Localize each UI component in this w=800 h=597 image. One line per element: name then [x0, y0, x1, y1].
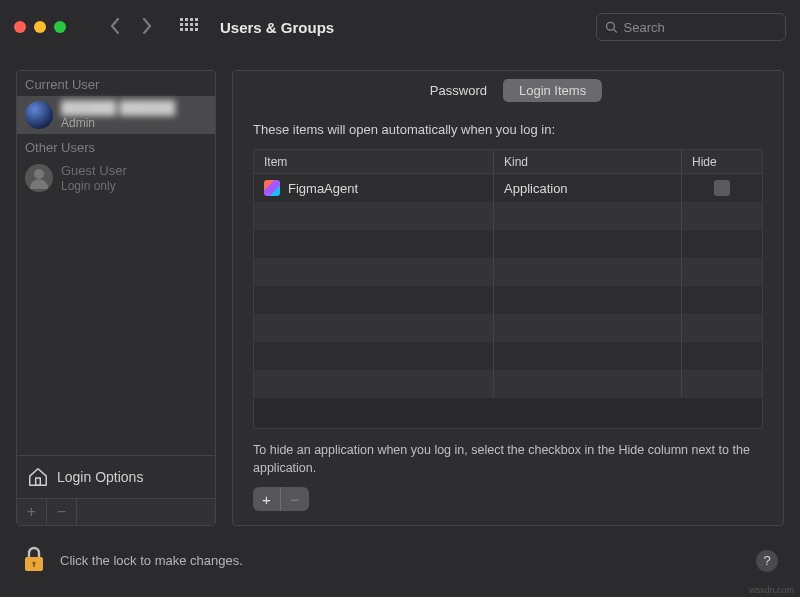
login-item-kind: Application	[494, 174, 682, 202]
search-field[interactable]	[596, 13, 786, 41]
svg-rect-9	[185, 28, 188, 31]
login-items-intro: These items will open automatically when…	[253, 122, 763, 137]
footer: Click the lock to make changes. ?	[0, 526, 800, 597]
users-sidebar: Current User ██████ ██████ Admin Other U…	[16, 70, 216, 526]
svg-rect-7	[195, 23, 198, 26]
tab-password[interactable]: Password	[414, 79, 503, 102]
table-row	[254, 230, 762, 258]
svg-point-12	[607, 22, 615, 30]
svg-rect-11	[195, 28, 198, 31]
svg-rect-5	[185, 23, 188, 26]
chevron-right-icon	[140, 16, 154, 36]
chevron-left-icon	[108, 16, 122, 36]
house-icon	[27, 466, 49, 488]
help-button[interactable]: ?	[756, 550, 778, 572]
svg-rect-17	[33, 563, 35, 567]
tab-login-items[interactable]: Login Items	[503, 79, 602, 102]
sidebar-current-user-header: Current User	[17, 71, 215, 96]
table-row[interactable]: FigmaAgent Application	[254, 174, 762, 202]
table-row	[254, 342, 762, 370]
svg-rect-3	[195, 18, 198, 21]
sidebar-item-text: Guest User Login only	[61, 163, 127, 193]
grid-icon	[180, 18, 198, 36]
table-row	[254, 286, 762, 314]
svg-rect-6	[190, 23, 193, 26]
hide-checkbox[interactable]	[714, 180, 730, 196]
svg-rect-0	[180, 18, 183, 21]
svg-rect-8	[180, 28, 183, 31]
login-item-name: FigmaAgent	[288, 181, 358, 196]
body-area: Current User ██████ ██████ Admin Other U…	[0, 54, 800, 526]
table-body: FigmaAgent Application	[254, 174, 762, 428]
add-remove-login-item: + −	[253, 487, 309, 511]
current-user-name: ██████ ██████	[61, 100, 175, 116]
add-user-button[interactable]: +	[17, 499, 47, 525]
figma-icon	[264, 180, 280, 196]
svg-rect-10	[190, 28, 193, 31]
lock-icon	[22, 544, 46, 574]
guest-user-role: Login only	[61, 179, 127, 193]
remove-user-button[interactable]: −	[47, 499, 77, 525]
table-row	[254, 202, 762, 230]
main-content: These items will open automatically when…	[233, 108, 783, 525]
back-button[interactable]	[108, 16, 122, 39]
login-options-label: Login Options	[57, 469, 143, 485]
minimize-window-button[interactable]	[34, 21, 46, 33]
column-header-item[interactable]: Item	[254, 150, 494, 173]
avatar-silhouette-icon	[25, 164, 53, 192]
svg-rect-2	[190, 18, 193, 21]
avatar	[25, 101, 53, 129]
forward-button[interactable]	[140, 16, 154, 39]
zoom-window-button[interactable]	[54, 21, 66, 33]
sidebar-footer: + −	[17, 499, 215, 525]
lock-button[interactable]	[22, 544, 46, 577]
column-header-kind[interactable]: Kind	[494, 150, 682, 173]
users-groups-window: Users & Groups Current User ██████ █████…	[0, 0, 800, 597]
search-icon	[605, 20, 618, 34]
main-panel: Password Login Items These items will op…	[232, 70, 784, 526]
show-all-prefs-button[interactable]	[180, 18, 198, 36]
window-controls	[14, 21, 66, 33]
sidebar-item-guest-user[interactable]: Guest User Login only	[17, 159, 215, 197]
page-title: Users & Groups	[220, 19, 334, 36]
login-options-button[interactable]: Login Options	[17, 455, 215, 499]
nav-arrows	[108, 16, 154, 39]
hide-hint-text: To hide an application when you log in, …	[253, 441, 763, 477]
titlebar: Users & Groups	[0, 0, 800, 54]
search-input[interactable]	[624, 20, 778, 35]
login-items-table: Item Kind Hide FigmaAgent Application	[253, 149, 763, 429]
svg-line-13	[614, 29, 617, 32]
column-header-hide[interactable]: Hide	[682, 150, 762, 173]
watermark: wsxdn.com	[749, 585, 794, 595]
add-login-item-button[interactable]: +	[253, 487, 281, 511]
remove-login-item-button[interactable]: −	[281, 487, 309, 511]
table-row	[254, 258, 762, 286]
lock-hint-text: Click the lock to make changes.	[60, 553, 243, 568]
sidebar-item-current-user[interactable]: ██████ ██████ Admin	[17, 96, 215, 134]
close-window-button[interactable]	[14, 21, 26, 33]
table-row	[254, 314, 762, 342]
sidebar-item-text: ██████ ██████ Admin	[61, 100, 175, 130]
tab-control: Password Login Items	[414, 79, 602, 102]
tabs-row: Password Login Items	[233, 71, 783, 108]
guest-user-name: Guest User	[61, 163, 127, 179]
sidebar-other-users-header: Other Users	[17, 134, 215, 159]
current-user-role: Admin	[61, 116, 175, 130]
svg-rect-14	[36, 478, 41, 485]
svg-rect-4	[180, 23, 183, 26]
svg-rect-1	[185, 18, 188, 21]
table-row	[254, 370, 762, 398]
table-header: Item Kind Hide	[254, 150, 762, 174]
